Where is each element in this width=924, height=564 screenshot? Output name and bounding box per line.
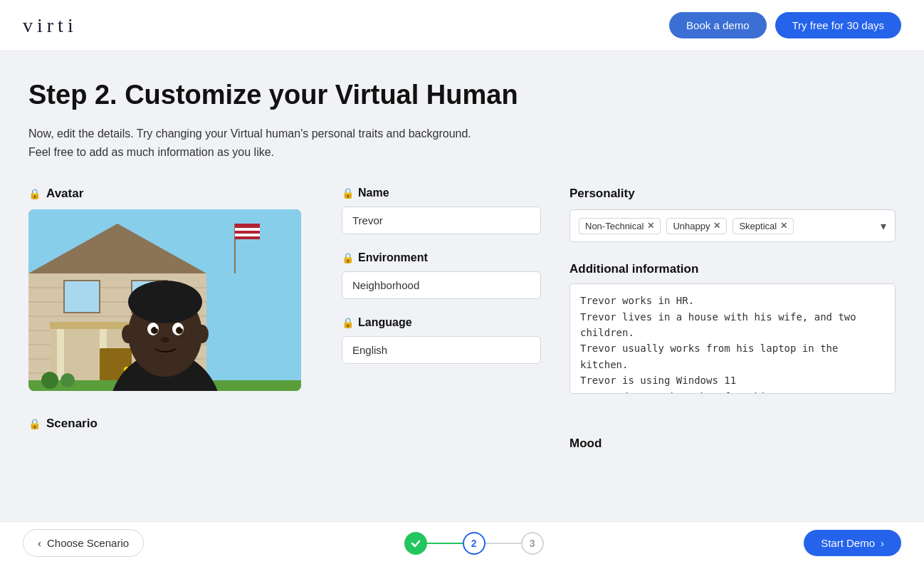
additional-info-label: Additional information <box>569 262 896 276</box>
try-free-button[interactable]: Try free for 30 days <box>775 12 902 38</box>
right-column: Personality Non-Technical ✕ Unhappy ✕ Sk… <box>569 187 896 397</box>
start-demo-label: Start Demo <box>821 537 875 549</box>
name-lock-icon: 🔒 <box>342 187 354 199</box>
page-title: Step 2. Customize your Virtual Human <box>28 80 896 110</box>
language-label: 🔒 Language <box>342 316 541 329</box>
svg-point-43 <box>122 325 135 343</box>
personality-chevron-icon[interactable]: ▾ <box>881 219 886 233</box>
tag-unhappy: Unhappy ✕ <box>666 218 727 234</box>
language-lock-icon: 🔒 <box>342 317 354 328</box>
mood-label: Mood <box>569 437 896 451</box>
svg-point-40 <box>156 327 158 329</box>
remove-skeptical-button[interactable]: ✕ <box>780 221 787 231</box>
avatar-label: 🔒 Avatar <box>28 187 313 201</box>
name-input[interactable] <box>342 207 541 234</box>
header-buttons: Book a demo Try free for 30 days <box>669 12 901 38</box>
environment-label: 🔒 Environment <box>342 251 541 264</box>
start-demo-button[interactable]: Start Demo › <box>804 530 901 556</box>
remove-unhappy-button[interactable]: ✕ <box>713 221 720 231</box>
additional-info-textarea[interactable]: Trevor works in HR. Trevor lives in a ho… <box>569 283 896 394</box>
personality-select[interactable]: Non-Technical ✕ Unhappy ✕ Skeptical ✕ ▾ <box>569 209 896 242</box>
svg-point-41 <box>181 327 183 329</box>
tag-non-technical: Non-Technical ✕ <box>579 218 661 234</box>
svg-rect-17 <box>64 281 100 313</box>
personality-label: Personality <box>569 187 896 201</box>
svg-point-33 <box>128 281 202 323</box>
chevron-right-icon: › <box>881 537 884 549</box>
bottom-middle-column <box>342 417 541 451</box>
environment-input[interactable] <box>342 271 541 299</box>
logo: virti <box>23 14 78 37</box>
main-content: Step 2. Customize your Virtual Human Now… <box>0 51 924 451</box>
scenario-label: 🔒 Scenario <box>28 417 313 431</box>
choose-scenario-button[interactable]: ‹ Choose Scenario <box>23 529 144 557</box>
step-2-circle: 2 <box>463 532 485 555</box>
svg-point-42 <box>161 337 169 343</box>
step-line-2 <box>485 543 521 544</box>
bottom-sections: 🔒 Scenario Mood <box>28 417 896 451</box>
mood-column: Mood <box>569 437 896 451</box>
step-line-1 <box>427 543 463 544</box>
svg-point-44 <box>196 325 209 343</box>
bottom-bar: ‹ Choose Scenario 2 3 Start Demo › <box>0 521 924 564</box>
step-3-circle: 3 <box>521 532 544 555</box>
name-label: 🔒 Name <box>342 187 541 199</box>
choose-scenario-label: Choose Scenario <box>47 537 129 549</box>
remove-non-technical-button[interactable]: ✕ <box>647 221 654 231</box>
checkmark-icon <box>410 538 421 549</box>
header: virti Book a demo Try free for 30 days <box>0 0 924 51</box>
scenario-lock-icon: 🔒 <box>28 418 41 429</box>
svg-rect-24 <box>235 234 260 236</box>
avatar-column: 🔒 Avatar <box>28 187 313 397</box>
svg-rect-22 <box>235 224 260 239</box>
avatar-lock-icon: 🔒 <box>28 188 41 199</box>
svg-point-27 <box>61 373 75 387</box>
tag-skeptical: Skeptical ✕ <box>733 218 794 234</box>
form-column: 🔒 Name 🔒 Environment 🔒 Language <box>342 187 541 397</box>
svg-point-26 <box>41 372 58 389</box>
content-grid: 🔒 Avatar <box>28 187 896 397</box>
svg-rect-23 <box>235 228 260 231</box>
environment-lock-icon: 🔒 <box>342 252 354 263</box>
page-subtitle: Now, edit the details. Try changing your… <box>28 125 484 161</box>
language-field-group: 🔒 Language <box>342 316 541 364</box>
environment-field-group: 🔒 Environment <box>342 251 541 299</box>
chevron-left-icon: ‹ <box>38 537 41 549</box>
book-demo-button[interactable]: Book a demo <box>669 12 766 38</box>
scenario-column: 🔒 Scenario <box>28 417 313 451</box>
name-field-group: 🔒 Name <box>342 187 541 234</box>
step-indicator: 2 3 <box>404 532 544 555</box>
language-input[interactable] <box>342 336 541 364</box>
avatar-image <box>28 209 301 391</box>
step-1-circle <box>404 532 427 555</box>
